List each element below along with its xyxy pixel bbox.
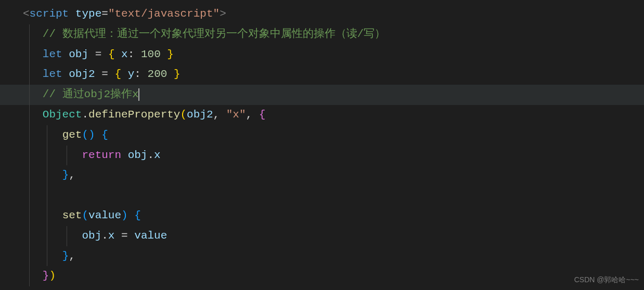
keyword: let <box>43 68 62 80</box>
equals: = <box>101 8 108 20</box>
brace: { <box>114 68 121 80</box>
class-name: Object <box>43 109 82 121</box>
paren: ( <box>180 109 187 121</box>
code-line[interactable]: get() { <box>0 125 644 146</box>
keyword: return <box>82 149 121 161</box>
code-line[interactable]: // 数据代理：通过一个对象代理对另一个对象中属性的操作（读/写） <box>0 24 644 45</box>
code-line[interactable]: let obj2 = { y: 200 } <box>0 64 644 85</box>
property: x <box>154 149 161 161</box>
code-line[interactable] <box>0 186 644 206</box>
identifier: obj2 <box>187 109 213 121</box>
colon: : <box>128 48 135 60</box>
property: x <box>121 48 128 60</box>
property: x <box>108 230 115 242</box>
method: get <box>62 129 82 141</box>
code-line[interactable]: Object.defineProperty(obj2, "x", { <box>0 105 644 125</box>
param: value <box>88 209 121 221</box>
brace: { <box>108 48 115 60</box>
identifier: obj <box>69 48 88 60</box>
watermark: CSDN @郭哈哈~~~ <box>574 273 639 287</box>
paren: ) <box>49 270 56 282</box>
brace: } <box>174 68 181 80</box>
brace: { <box>259 109 266 121</box>
code-line[interactable]: }, <box>0 246 644 267</box>
code-line[interactable]: obj.x = value <box>0 226 644 246</box>
tag-name: script <box>30 8 69 20</box>
code-line-active[interactable]: // 通过obj2操作x <box>0 85 644 105</box>
dot: . <box>101 230 108 242</box>
keyword: let <box>43 48 62 60</box>
operator: = <box>95 48 102 60</box>
brace: } <box>167 48 174 60</box>
comment: // 数据代理：通过一个对象代理对另一个对象中属性的操作（读/写） <box>43 28 385 40</box>
operator: = <box>101 68 108 80</box>
comma: , <box>69 169 75 181</box>
code-line[interactable]: return obj.x <box>0 146 644 166</box>
comma: , <box>69 250 75 262</box>
code-line[interactable]: <script type="text/javascript"> <box>0 4 644 24</box>
identifier: obj <box>128 149 148 161</box>
dot: . <box>147 149 154 161</box>
operator: = <box>121 230 128 242</box>
identifier: obj <box>82 230 101 242</box>
comment: // 通过obj2操作x <box>43 88 139 100</box>
code-line[interactable]: set(value) { <box>0 206 644 226</box>
number: 100 <box>141 48 161 60</box>
paren: ( <box>82 129 88 141</box>
paren: ) <box>121 209 128 221</box>
brace: { <box>134 209 141 221</box>
paren: ( <box>82 209 88 221</box>
brace: { <box>101 129 108 141</box>
code-editor[interactable]: <script type="text/javascript"> // 数据代理：… <box>0 0 644 286</box>
paren: ) <box>88 129 95 141</box>
string: "text/javascript" <box>108 8 220 20</box>
attr-name: type <box>75 8 101 20</box>
space <box>69 8 75 20</box>
comma: , <box>246 109 253 121</box>
text-cursor <box>138 88 139 101</box>
string: "x" <box>226 109 246 121</box>
bracket: < <box>23 8 30 20</box>
method: defineProperty <box>88 109 180 121</box>
code-line[interactable]: }, <box>0 165 644 186</box>
bracket: > <box>220 8 226 20</box>
brace: } <box>43 270 49 282</box>
number: 200 <box>148 68 168 80</box>
comma: , <box>213 109 220 121</box>
identifier: value <box>134 230 167 242</box>
method: set <box>62 209 82 221</box>
brace: } <box>62 169 69 181</box>
code-line[interactable]: }) <box>0 266 644 286</box>
brace: } <box>62 250 69 262</box>
identifier: obj2 <box>69 68 95 80</box>
code-line[interactable]: let obj = { x: 100 } <box>0 45 644 65</box>
property: y <box>128 68 135 80</box>
dot: . <box>82 109 88 121</box>
colon: : <box>134 68 141 80</box>
